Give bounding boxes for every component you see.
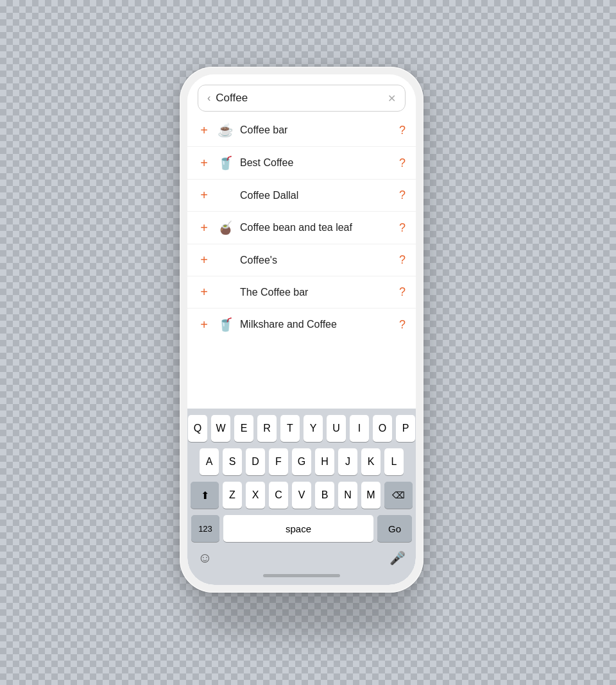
key-S[interactable]: S (223, 448, 242, 475)
add-icon-7[interactable]: + (198, 317, 210, 332)
keyboard-toolbar: ☺ 🎤 (191, 547, 412, 571)
result-name-5: Coffee's (240, 255, 393, 266)
space-label: space (286, 523, 311, 534)
result-name-1: Coffee bar (240, 124, 393, 136)
key-T[interactable]: T (280, 415, 300, 442)
result-emoji-2: 🥤 (217, 155, 234, 171)
phone-mockup: ‹ Coffee ✕ + ☕ Coffee bar ? + 🥤 Best Cof… (180, 67, 436, 618)
key-Z[interactable]: Z (223, 482, 242, 509)
key-P[interactable]: P (396, 415, 415, 442)
key-V[interactable]: V (292, 482, 311, 509)
numbers-label: 123 (198, 524, 212, 534)
key-U[interactable]: U (327, 415, 346, 442)
add-icon-4[interactable]: + (198, 221, 210, 235)
result-name-3: Coffee Dallal (240, 190, 393, 201)
result-name-2: Best Coffee (240, 157, 393, 169)
go-key[interactable]: Go (377, 515, 412, 542)
key-C[interactable]: C (269, 482, 288, 509)
info-icon-6[interactable]: ? (399, 285, 406, 299)
shift-key[interactable]: ⬆ (191, 482, 219, 509)
keyboard-row-4: 123 space Go (191, 515, 412, 542)
key-B[interactable]: B (315, 482, 334, 509)
info-icon-7[interactable]: ? (399, 318, 406, 332)
key-E[interactable]: E (234, 415, 253, 442)
key-I[interactable]: I (350, 415, 369, 442)
home-indicator (263, 574, 340, 577)
key-K[interactable]: K (361, 448, 381, 475)
result-emoji-1: ☕ (217, 123, 234, 138)
key-M[interactable]: M (361, 482, 381, 509)
add-icon-6[interactable]: + (198, 285, 210, 300)
result-item-4[interactable]: + 🧉 Coffee bean and tea leaf ? (187, 212, 416, 244)
add-icon-2[interactable]: + (198, 156, 210, 171)
key-H[interactable]: H (315, 448, 334, 475)
key-D[interactable]: D (246, 448, 265, 475)
space-key[interactable]: space (223, 515, 373, 542)
search-area: ‹ Coffee ✕ (187, 74, 416, 112)
numbers-key[interactable]: 123 (191, 515, 219, 542)
key-Q[interactable]: Q (188, 415, 207, 442)
key-A[interactable]: A (200, 448, 219, 475)
info-icon-3[interactable]: ? (399, 189, 406, 202)
key-Y[interactable]: Y (304, 415, 323, 442)
result-item-1[interactable]: + ☕ Coffee bar ? (187, 114, 416, 147)
clear-icon[interactable]: ✕ (388, 92, 396, 105)
add-icon-5[interactable]: + (198, 253, 210, 267)
search-bar[interactable]: ‹ Coffee ✕ (198, 85, 406, 112)
mic-icon[interactable]: 🎤 (389, 550, 406, 566)
info-icon-2[interactable]: ? (399, 156, 406, 170)
result-emoji-4: 🧉 (217, 220, 234, 235)
result-item-6[interactable]: + The Coffee bar ? (187, 276, 416, 309)
key-J[interactable]: J (338, 448, 357, 475)
key-F[interactable]: F (269, 448, 288, 475)
key-G[interactable]: G (292, 448, 311, 475)
go-label: Go (388, 523, 401, 534)
key-W[interactable]: W (211, 415, 230, 442)
back-icon[interactable]: ‹ (207, 92, 210, 104)
emoji-icon[interactable]: ☺ (198, 550, 212, 566)
key-R[interactable]: R (257, 415, 277, 442)
add-icon-1[interactable]: + (198, 123, 210, 138)
keyboard-row-2: A S D F G H J K L (191, 448, 412, 475)
keyboard-row-3: ⬆ Z X C V B N M ⌫ (191, 482, 412, 509)
info-icon-4[interactable]: ? (399, 221, 406, 235)
phone-screen: ‹ Coffee ✕ + ☕ Coffee bar ? + 🥤 Best Cof… (187, 74, 416, 585)
results-list: + ☕ Coffee bar ? + 🥤 Best Coffee ? + Cof… (187, 112, 416, 409)
key-X[interactable]: X (246, 482, 265, 509)
info-icon-5[interactable]: ? (399, 253, 406, 267)
result-name-4: Coffee bean and tea leaf (240, 222, 393, 233)
phone-body: ‹ Coffee ✕ + ☕ Coffee bar ? + 🥤 Best Cof… (180, 67, 424, 593)
keyboard: Q W E R T Y U I O P A S D F G (187, 409, 416, 585)
result-item-3[interactable]: + Coffee Dallal ? (187, 180, 416, 212)
result-item-7[interactable]: + 🥤 Milkshare and Coffee ? (187, 309, 416, 341)
add-icon-3[interactable]: + (198, 188, 210, 203)
key-N[interactable]: N (338, 482, 357, 509)
result-emoji-7: 🥤 (217, 317, 234, 332)
keyboard-row-1: Q W E R T Y U I O P (191, 415, 412, 442)
result-item-5[interactable]: + Coffee's ? (187, 244, 416, 276)
result-name-7: Milkshare and Coffee (240, 319, 393, 330)
key-O[interactable]: O (373, 415, 392, 442)
key-L[interactable]: L (384, 448, 404, 475)
info-icon-1[interactable]: ? (399, 124, 406, 137)
result-name-6: The Coffee bar (240, 287, 393, 298)
search-query: Coffee (216, 92, 382, 105)
backspace-key[interactable]: ⌫ (384, 482, 413, 509)
phone-shadow (193, 599, 424, 638)
result-item-2[interactable]: + 🥤 Best Coffee ? (187, 147, 416, 180)
